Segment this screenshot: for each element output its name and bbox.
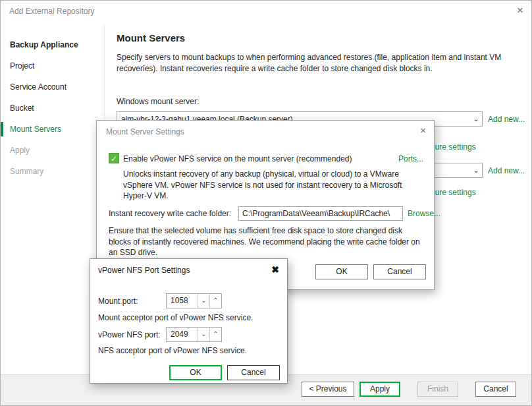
mount-port-description: Mount acceptor port of vPower NFS servic… (98, 313, 253, 322)
sidebar-item-backup-appliance[interactable]: Backup Appliance (1, 38, 111, 52)
window-title: Add External Repository (9, 7, 94, 16)
vpower-nfs-port-settings-dialog: vPower NFS Port Settings ✖ Mount port: 1… (90, 258, 288, 384)
windows-mount-server-label: Windows mount server: (117, 97, 199, 106)
sidebar-item-summary: Summary (1, 164, 111, 179)
settings-cancel-button[interactable]: Cancel (373, 264, 426, 279)
sidebar-item-mount-servers[interactable]: Mount Servers (1, 122, 111, 136)
sidebar-item-project[interactable]: Project (1, 59, 111, 73)
settings-ok-button[interactable]: OK (315, 264, 368, 279)
stepper-down-icon[interactable]: ⌄ (198, 328, 209, 341)
mount-port-value[interactable]: 1058 (167, 294, 198, 308)
stepper-up-icon[interactable]: ⌃ (209, 328, 221, 341)
wizard-cancel-button[interactable]: Cancel (475, 382, 516, 397)
port-cancel-button[interactable]: Cancel (227, 365, 280, 380)
cache-note: Ensure that the selected volume has suff… (109, 225, 426, 258)
dialog-title: Mount Server Settings (106, 127, 184, 136)
dialog-close-icon[interactable]: × (420, 125, 426, 136)
ports-link[interactable]: Ports... (398, 154, 423, 163)
enable-vpower-nfs-checkbox[interactable]: ✓ (109, 153, 119, 163)
browse-link[interactable]: Browse... (408, 209, 440, 218)
nfs-port-stepper[interactable]: 2049 ⌄ ⌃ (166, 327, 222, 342)
mount-port-label: Mount port: (98, 297, 138, 306)
dialog-close-icon[interactable]: ✖ (271, 264, 279, 275)
previous-button[interactable]: < Previous (302, 382, 354, 397)
sidebar-item-apply: Apply (1, 143, 111, 158)
chevron-down-icon[interactable]: ⌄ (470, 163, 482, 177)
check-icon: ✓ (111, 154, 117, 163)
add-new-link-1[interactable]: Add new... (488, 115, 525, 124)
sidebar-item-bucket[interactable]: Bucket (1, 101, 111, 115)
vpower-description: Unlocks instant recovery of any backup (… (123, 169, 423, 202)
port-ok-button[interactable]: OK (169, 365, 222, 380)
add-external-repository-window: Add External Repository × Backup Applian… (0, 0, 532, 406)
stepper-up-icon[interactable]: ⌃ (209, 294, 221, 308)
stepper-down-icon[interactable]: ⌄ (198, 294, 209, 308)
page-title: Mount Servers (117, 32, 185, 44)
finish-button: Finish (417, 382, 458, 397)
enable-vpower-nfs-label: Enable vPower NFS service on the mount s… (123, 154, 352, 163)
apply-button[interactable]: Apply (359, 382, 400, 397)
page-description: Specify servers to mount backups to when… (117, 52, 516, 74)
add-new-link-2[interactable]: Add new... (488, 166, 525, 175)
nfs-port-description: NFS acceptor port of vPower NFS service. (98, 346, 247, 355)
sidebar-item-service-account[interactable]: Service Account (1, 80, 111, 94)
mount-port-stepper[interactable]: 1058 ⌄ ⌃ (166, 293, 222, 308)
chevron-down-icon[interactable]: ⌄ (470, 112, 482, 126)
window-close-icon[interactable]: × (517, 4, 523, 17)
nfs-port-value[interactable]: 2049 (167, 328, 198, 341)
cache-folder-input[interactable] (238, 206, 403, 221)
nfs-port-label: vPower NFS port: (98, 330, 161, 339)
cache-folder-label: Instant recovery write cache folder: (109, 209, 231, 218)
dialog-title: vPower NFS Port Settings (98, 266, 190, 275)
